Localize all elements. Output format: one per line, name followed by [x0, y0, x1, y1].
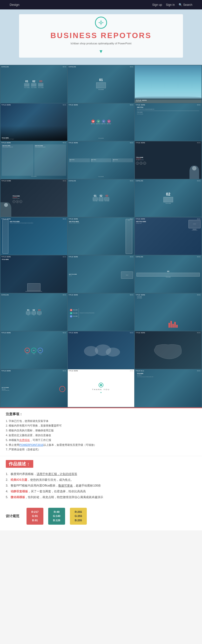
note-6: 禁止使用POWERPOINT2016以上版本，如需使用请先百度升级（可缩放） [6, 443, 196, 448]
slide-21[interactable]: TITLE HERE NO.01 TITLE HERE desc text la… [135, 294, 202, 331]
slide-16[interactable]: TITLE HERE NO.01 TITLE HERE [0, 255, 67, 293]
slide-17-label: TITLE HERE [69, 256, 78, 258]
desc-title: 作品描述： [6, 460, 196, 468]
slide-4-num: NO.01 [63, 104, 66, 106]
slide-grid: CATALOG NO.01 01 TITLE HERE 02 TITLE HER… [0, 65, 202, 408]
slide-7-label: TITLE HERE [2, 142, 11, 144]
slide-25-label: TITLE HERE [2, 370, 11, 372]
slide-10[interactable]: TITLE NAME NO.01 TITLE NAME description … [0, 180, 67, 217]
slide-19-num: NO.01 [63, 294, 66, 296]
color-spec-label: 设计规范 [6, 514, 19, 518]
slide-11[interactable]: CATALOG NO.01 01 TITLE HERE 02 TITLE HER… [68, 180, 134, 217]
desc-list: 极度简约界面模板，适用于年度汇报，计划总结等等 经典IOS主题，使您的演示吸引目… [6, 471, 196, 500]
slide-5[interactable]: TITLE HERE NO.01 ☎ ADD TITLE ✉ ADD TITLE [68, 104, 134, 141]
slide-8-label: TITLE HERE [69, 142, 78, 144]
slide-18-num: NO.01 [197, 256, 200, 258]
note-1: 字体已打包，使用前请先安装字体 [6, 419, 196, 424]
note-3: 模板内含高执行图标，请确保使用正版 [6, 428, 196, 433]
slide-27[interactable]: TItLE Here NO.01 TITLE HERE sub title te… [135, 370, 202, 407]
note-4: 如需自定义颜色设置，请勿任意修改 [6, 433, 196, 438]
slide-20[interactable]: TITLE HERE NO.01 ☎ TITLE HERE ✉ TITLE HE… [68, 294, 134, 331]
slide-12[interactable]: CATALOG NO.01 02 TITLE HERE [135, 180, 202, 217]
svg-point-0 [100, 22, 102, 24]
slide-13-num: NO.01 [63, 218, 66, 220]
slide-1-num: NO.01 [63, 66, 66, 68]
notes-section: 注意事项： 字体已打包，使用前请先安装字体 模板内所有图片均可替换，直接替换覆盖… [0, 408, 202, 456]
header: Design Sign up Sign in 🔍 Search [0, 0, 202, 10]
slide-23[interactable]: TITLE HERE NO.01 [68, 331, 134, 369]
slide-21-num: NO.01 [197, 294, 200, 296]
slide-22-label: TITLE HERE [2, 332, 11, 334]
color-swatch-yellow: R:255 G:255 B:255 [70, 508, 87, 525]
slide-24-label: TITLE HERE [136, 332, 145, 334]
slide-21-label: TITLE HERE [136, 294, 145, 296]
slide-19[interactable]: CATALOG NO.01 01 TITLE 02 TITLE 03 TITLE [0, 294, 67, 331]
slide-4[interactable]: TITLE HERE subtitle description text her… [0, 104, 67, 141]
header-logo: Design [10, 3, 19, 6]
desc-1: 极度简约界面模板，适用于年度汇报，计划总结等等 [6, 471, 196, 477]
slide-25-num: NO.01 [63, 370, 66, 372]
slide-13[interactable]: TITLE HERE NO.01 ADD TITLE HERE descript… [0, 218, 67, 255]
notes-title: 注意事项： [6, 412, 196, 416]
slide-1-label: CATALOG [2, 66, 9, 68]
hero-content: BUSINESS REPOTORS Ichiban shop producas … [50, 17, 152, 54]
desc-2: 经典IOS主题，使您的演示吸引目光，成为焦点。 [6, 477, 196, 483]
slide-6[interactable]: TITLE HERE NO.01 ADD TITLE text content … [135, 104, 202, 141]
hero-icon [95, 17, 107, 29]
slide-7[interactable]: TITLE HERE NO.01 ADD TITLE HERE content … [0, 141, 67, 179]
slide-11-label: CATALOG [69, 180, 76, 182]
slide-27-label: TItLE Here [136, 370, 144, 372]
slide-18-label: CATALOG [136, 256, 143, 258]
slide-25[interactable]: TITLE HERE NO.01 DO TTLE HERE TitLe Here… [0, 370, 67, 407]
slide-10-num: NO.01 [63, 180, 66, 182]
header-nav: Sign up Sign in 🔍 Search [152, 3, 192, 6]
desc-4: 动静双套模板，买了一套当两套，任君选择，性价比高高高 [6, 488, 196, 494]
search-icon: 🔍 [178, 3, 182, 6]
slide-16-num: NO.01 [63, 256, 66, 258]
color-spec-section: 设计规范 R:217 G:91 B:91 R:49 G:140 B:128 R:… [0, 504, 202, 530]
color-swatch-green: R:49 G:140 B:128 [48, 508, 65, 525]
slide-3[interactable]: TITLE HERE subtitle text here [135, 65, 202, 103]
slide-16-label: TITLE HERE [2, 256, 11, 258]
slide-14-label: TITLE HERE [69, 218, 78, 220]
note-2: 模板内所有图片均可替换，直接替换覆盖即可 [6, 424, 196, 428]
note-7: 严禁商业使用（违者追究） [6, 447, 196, 452]
slide-18[interactable]: CATALOG NO.01 03 TITLE HERE [135, 255, 202, 293]
desc-title-bg: 作品描述： [6, 460, 33, 468]
slide-4-label: TITLE HERE [2, 104, 11, 106]
slide-11-num: NO.01 [130, 180, 133, 182]
desc-title-text: 作品描述： [9, 462, 30, 466]
slide-7-num: NO.01 [63, 142, 66, 144]
slide-5-label: TITLE HERE [69, 104, 78, 106]
slide-15[interactable]: TITLE HERE NO.01 monitor ADD TITLE HERE … [135, 218, 202, 255]
slide-6-label: TITLE HERE [136, 104, 145, 106]
slide-24[interactable]: TITLE HERE NO.01 [135, 331, 202, 369]
search-button[interactable]: 🔍 Search [178, 3, 192, 6]
slide-2-label: CATALOG [69, 66, 76, 68]
slide-15-label: TITLE HERE [136, 218, 145, 220]
slide-26[interactable]: TITLE HERE NO.01 THANK YOU ▼ [68, 370, 134, 407]
slide-9-num: NO.01 [197, 142, 200, 144]
slide-9[interactable]: TITLE HERE NO.01 TITLE NAME description … [135, 141, 202, 179]
slide-8[interactable]: TITLE HERE NO.01 ADD TITLE text ADD TITL… [68, 141, 134, 179]
slide-22[interactable]: TITLE HERE NO.01 80% TITLE 60% TITLE 40%… [0, 331, 67, 369]
nav-signup[interactable]: Sign up [152, 3, 162, 6]
slide-6-num: NO.01 [197, 104, 200, 106]
slide-14[interactable]: TITLE HERE NO.01 phone ADD TITLE HERE de… [68, 218, 134, 255]
svg-point-7 [106, 348, 120, 356]
slide-24-num: NO.01 [197, 332, 200, 334]
slide-2[interactable]: CATALOG NO.01 01 TITLE HERE [68, 65, 134, 103]
slide-23-num: NO.01 [130, 332, 133, 334]
slide-17-num: NO.01 [130, 256, 133, 258]
slide-8-num: NO.01 [130, 142, 133, 144]
slide-12-num: NO.01 [197, 180, 200, 182]
hero-title: BUSINESS REPOTORS [50, 31, 152, 40]
slide-27-num: NO.01 [197, 370, 200, 372]
slide-12-label: CATALOG [136, 180, 143, 182]
slide-1[interactable]: CATALOG NO.01 01 TITLE HERE 02 TITLE HER… [0, 65, 67, 103]
slide-17[interactable]: TITLE HERE NO.01 ADD TITLE HERE desc tex… [68, 255, 134, 293]
hero-section: BUSINESS REPOTORS Ichiban shop producas … [0, 10, 202, 65]
note-5: 本模板为免费模板，可用于工作汇报 [6, 438, 196, 443]
hero-arrow: ▼ [98, 49, 104, 54]
nav-signin[interactable]: Sign in [166, 3, 175, 6]
